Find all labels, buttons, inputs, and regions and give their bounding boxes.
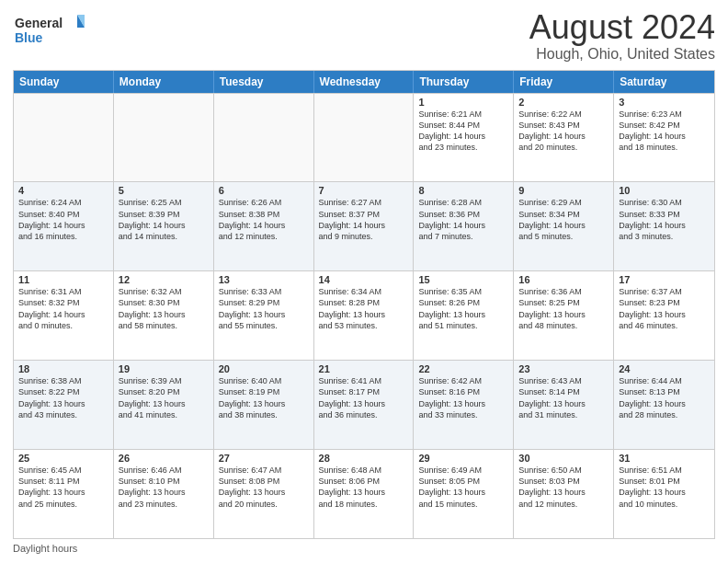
day-number: 14 bbox=[319, 274, 409, 285]
day-cell-27: 27Sunrise: 6:47 AMSunset: 8:08 PMDayligh… bbox=[214, 450, 314, 538]
day-cell-5: 5Sunrise: 6:25 AMSunset: 8:39 PMDaylight… bbox=[114, 182, 214, 270]
logo-svg: General Blue bbox=[13, 9, 86, 50]
day-cell-12: 12Sunrise: 6:32 AMSunset: 8:30 PMDayligh… bbox=[114, 271, 214, 360]
day-number: 20 bbox=[219, 363, 309, 374]
cell-info: Sunrise: 6:37 AMSunset: 8:23 PMDaylight:… bbox=[619, 286, 710, 331]
day-number: 3 bbox=[619, 97, 710, 108]
day-number: 25 bbox=[18, 453, 108, 464]
day-cell-26: 26Sunrise: 6:46 AMSunset: 8:10 PMDayligh… bbox=[114, 450, 214, 538]
cell-info: Sunrise: 6:38 AMSunset: 8:22 PMDaylight:… bbox=[18, 375, 108, 420]
cell-info: Sunrise: 6:27 AMSunset: 8:37 PMDaylight:… bbox=[319, 197, 409, 242]
empty-cell bbox=[314, 94, 415, 182]
empty-cell bbox=[214, 94, 314, 182]
day-cell-8: 8Sunrise: 6:28 AMSunset: 8:36 PMDaylight… bbox=[414, 182, 514, 270]
day-number: 17 bbox=[619, 274, 710, 285]
day-cell-9: 9Sunrise: 6:29 AMSunset: 8:34 PMDaylight… bbox=[514, 182, 614, 270]
header: General Blue August 2024 Hough, Ohio, Un… bbox=[13, 9, 715, 63]
day-header-sunday: Sunday bbox=[14, 71, 114, 93]
day-number: 19 bbox=[119, 363, 209, 374]
cell-info: Sunrise: 6:49 AMSunset: 8:05 PMDaylight:… bbox=[418, 465, 508, 510]
day-number: 2 bbox=[518, 97, 609, 108]
page: General Blue August 2024 Hough, Ohio, Un… bbox=[0, 0, 728, 563]
cell-info: Sunrise: 6:22 AMSunset: 8:43 PMDaylight:… bbox=[518, 109, 609, 154]
day-cell-14: 14Sunrise: 6:34 AMSunset: 8:28 PMDayligh… bbox=[314, 271, 415, 360]
day-number: 1 bbox=[418, 97, 508, 108]
day-number: 26 bbox=[119, 453, 209, 464]
calendar-body: 1Sunrise: 6:21 AMSunset: 8:44 PMDaylight… bbox=[14, 93, 714, 538]
footer-note: Daylight hours bbox=[13, 543, 715, 554]
day-number: 15 bbox=[418, 274, 508, 285]
day-cell-13: 13Sunrise: 6:33 AMSunset: 8:29 PMDayligh… bbox=[214, 271, 314, 360]
cell-info: Sunrise: 6:40 AMSunset: 8:19 PMDaylight:… bbox=[219, 375, 309, 420]
cell-info: Sunrise: 6:34 AMSunset: 8:28 PMDaylight:… bbox=[319, 286, 409, 331]
day-header-wednesday: Wednesday bbox=[314, 71, 415, 93]
cell-info: Sunrise: 6:21 AMSunset: 8:44 PMDaylight:… bbox=[418, 109, 508, 154]
day-number: 11 bbox=[18, 274, 108, 285]
day-number: 12 bbox=[119, 274, 209, 285]
day-cell-18: 18Sunrise: 6:38 AMSunset: 8:22 PMDayligh… bbox=[14, 361, 114, 449]
svg-text:Blue: Blue bbox=[15, 30, 43, 45]
empty-cell bbox=[14, 94, 114, 182]
day-number: 24 bbox=[619, 363, 710, 374]
day-cell-2: 2Sunrise: 6:22 AMSunset: 8:43 PMDaylight… bbox=[514, 94, 614, 182]
day-number: 22 bbox=[418, 363, 508, 374]
day-cell-10: 10Sunrise: 6:30 AMSunset: 8:33 PMDayligh… bbox=[614, 182, 714, 270]
logo: General Blue bbox=[13, 9, 86, 50]
day-number: 6 bbox=[219, 185, 309, 196]
cell-info: Sunrise: 6:30 AMSunset: 8:33 PMDaylight:… bbox=[619, 197, 710, 242]
cell-info: Sunrise: 6:46 AMSunset: 8:10 PMDaylight:… bbox=[119, 465, 209, 510]
cell-info: Sunrise: 6:48 AMSunset: 8:06 PMDaylight:… bbox=[319, 465, 409, 510]
day-header-thursday: Thursday bbox=[414, 71, 514, 93]
cell-info: Sunrise: 6:50 AMSunset: 8:03 PMDaylight:… bbox=[518, 465, 609, 510]
day-number: 5 bbox=[119, 185, 209, 196]
empty-cell bbox=[114, 94, 214, 182]
day-number: 21 bbox=[319, 363, 409, 374]
svg-text:General: General bbox=[15, 16, 63, 30]
cell-info: Sunrise: 6:32 AMSunset: 8:30 PMDaylight:… bbox=[119, 286, 209, 331]
calendar-week-5: 25Sunrise: 6:45 AMSunset: 8:11 PMDayligh… bbox=[14, 449, 714, 538]
cell-info: Sunrise: 6:47 AMSunset: 8:08 PMDaylight:… bbox=[219, 465, 309, 510]
cell-info: Sunrise: 6:26 AMSunset: 8:38 PMDaylight:… bbox=[219, 197, 309, 242]
calendar-week-1: 1Sunrise: 6:21 AMSunset: 8:44 PMDaylight… bbox=[14, 93, 714, 182]
day-number: 16 bbox=[518, 274, 609, 285]
day-cell-28: 28Sunrise: 6:48 AMSunset: 8:06 PMDayligh… bbox=[314, 450, 415, 538]
day-cell-1: 1Sunrise: 6:21 AMSunset: 8:44 PMDaylight… bbox=[414, 94, 514, 182]
cell-info: Sunrise: 6:41 AMSunset: 8:17 PMDaylight:… bbox=[319, 375, 409, 420]
calendar: SundayMondayTuesdayWednesdayThursdayFrid… bbox=[13, 70, 715, 539]
title-block: August 2024 Hough, Ohio, United States bbox=[529, 9, 715, 63]
day-cell-7: 7Sunrise: 6:27 AMSunset: 8:37 PMDaylight… bbox=[314, 182, 415, 270]
day-number: 23 bbox=[518, 363, 609, 374]
day-cell-24: 24Sunrise: 6:44 AMSunset: 8:13 PMDayligh… bbox=[614, 361, 714, 449]
cell-info: Sunrise: 6:35 AMSunset: 8:26 PMDaylight:… bbox=[418, 286, 508, 331]
cell-info: Sunrise: 6:43 AMSunset: 8:14 PMDaylight:… bbox=[518, 375, 609, 420]
cell-info: Sunrise: 6:33 AMSunset: 8:29 PMDaylight:… bbox=[219, 286, 309, 331]
main-title: August 2024 bbox=[529, 9, 715, 46]
cell-info: Sunrise: 6:39 AMSunset: 8:20 PMDaylight:… bbox=[119, 375, 209, 420]
day-cell-30: 30Sunrise: 6:50 AMSunset: 8:03 PMDayligh… bbox=[514, 450, 614, 538]
cell-info: Sunrise: 6:51 AMSunset: 8:01 PMDaylight:… bbox=[619, 465, 710, 510]
day-number: 18 bbox=[18, 363, 108, 374]
day-number: 7 bbox=[319, 185, 409, 196]
calendar-header: SundayMondayTuesdayWednesdayThursdayFrid… bbox=[14, 71, 714, 93]
calendar-week-4: 18Sunrise: 6:38 AMSunset: 8:22 PMDayligh… bbox=[14, 360, 714, 449]
day-number: 9 bbox=[518, 185, 609, 196]
cell-info: Sunrise: 6:25 AMSunset: 8:39 PMDaylight:… bbox=[119, 197, 209, 242]
cell-info: Sunrise: 6:29 AMSunset: 8:34 PMDaylight:… bbox=[518, 197, 609, 242]
day-number: 31 bbox=[619, 453, 710, 464]
cell-info: Sunrise: 6:44 AMSunset: 8:13 PMDaylight:… bbox=[619, 375, 710, 420]
day-header-friday: Friday bbox=[514, 71, 614, 93]
day-cell-21: 21Sunrise: 6:41 AMSunset: 8:17 PMDayligh… bbox=[314, 361, 415, 449]
subtitle: Hough, Ohio, United States bbox=[529, 46, 715, 63]
day-number: 30 bbox=[518, 453, 609, 464]
day-cell-31: 31Sunrise: 6:51 AMSunset: 8:01 PMDayligh… bbox=[614, 450, 714, 538]
day-number: 27 bbox=[219, 453, 309, 464]
day-cell-16: 16Sunrise: 6:36 AMSunset: 8:25 PMDayligh… bbox=[514, 271, 614, 360]
cell-info: Sunrise: 6:31 AMSunset: 8:32 PMDaylight:… bbox=[18, 286, 108, 331]
day-cell-29: 29Sunrise: 6:49 AMSunset: 8:05 PMDayligh… bbox=[414, 450, 514, 538]
day-number: 13 bbox=[219, 274, 309, 285]
cell-info: Sunrise: 6:28 AMSunset: 8:36 PMDaylight:… bbox=[418, 197, 508, 242]
day-cell-19: 19Sunrise: 6:39 AMSunset: 8:20 PMDayligh… bbox=[114, 361, 214, 449]
day-cell-20: 20Sunrise: 6:40 AMSunset: 8:19 PMDayligh… bbox=[214, 361, 314, 449]
day-number: 4 bbox=[18, 185, 108, 196]
day-cell-15: 15Sunrise: 6:35 AMSunset: 8:26 PMDayligh… bbox=[414, 271, 514, 360]
